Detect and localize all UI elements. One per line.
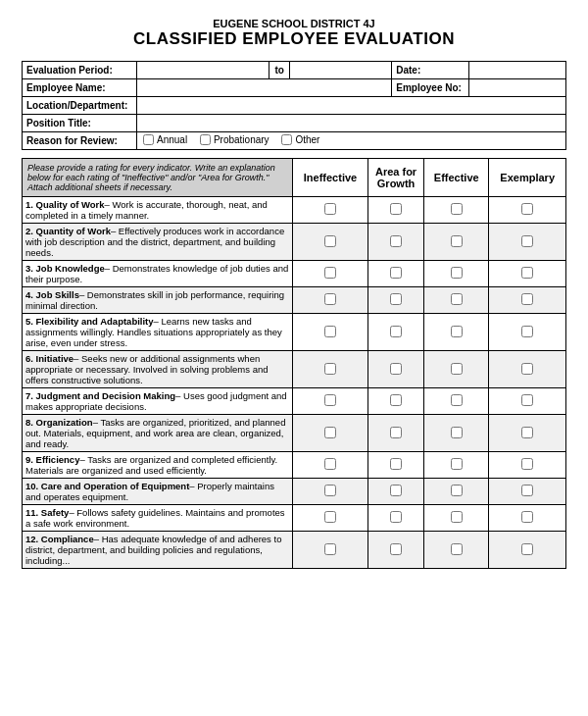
effective-check-cell [424,261,489,287]
employee-name-row: Employee Name: Employee No: [23,79,566,97]
position-label: Position Title: [23,115,137,132]
location-value [136,97,565,115]
exemplary-check[interactable] [521,363,533,375]
effective-check[interactable] [451,203,463,215]
eval-header-row: Please provide a rating for every indica… [23,159,566,197]
ineffective-check[interactable] [324,203,336,215]
area-growth-check[interactable] [390,293,402,305]
other-checkbox[interactable] [281,134,292,145]
area-growth-check[interactable] [390,394,402,406]
item-title: 6. Initiative [25,353,74,364]
employee-no-label: Employee No: [392,79,469,97]
annual-checkbox[interactable] [143,134,154,145]
exemplary-check-cell [489,479,566,505]
effective-check[interactable] [451,235,463,247]
table-row: 5. Flexibility and Adaptability– Learns … [23,314,566,351]
ineffective-check[interactable] [324,511,336,523]
exemplary-check-cell [489,197,566,224]
item-cell: 1. Quality of Work– Work is accurate, th… [23,197,293,224]
ineffective-check[interactable] [324,427,336,438]
exemplary-check[interactable] [521,203,533,215]
ineffective-check-cell [292,351,368,388]
area-growth-check[interactable] [390,543,402,555]
effective-check[interactable] [451,326,463,337]
exemplary-check-cell [489,261,566,287]
exemplary-check[interactable] [521,326,533,337]
eval-period-label: Evaluation Period: [23,62,137,79]
ineffective-check-cell [292,415,368,452]
effective-check[interactable] [451,485,463,496]
ineffective-check[interactable] [324,326,336,337]
probationary-label: Probationary [214,134,270,145]
table-row: 3. Job Knowledge– Demonstrates knowledge… [23,261,566,287]
ineffective-check[interactable] [324,543,336,555]
annual-checkbox-label[interactable]: Annual [143,134,187,145]
item-title: 11. Safety [25,507,69,518]
exemplary-check[interactable] [521,511,533,523]
area-growth-check[interactable] [390,458,402,470]
ineffective-check[interactable] [324,458,336,470]
ineffective-check-cell [292,479,368,505]
area-growth-check[interactable] [390,427,402,438]
reason-row: Reason for Review: Annual Probationary O… [23,132,566,150]
effective-check-cell [424,532,489,569]
ineffective-check-cell [292,197,368,224]
exemplary-check[interactable] [521,293,533,305]
effective-check[interactable] [451,511,463,523]
ineffective-check-cell [292,261,368,287]
exemplary-header: Exemplary [489,159,566,197]
item-title: 8. Organization [25,417,93,428]
item-title: 7. Judgment and Decision Making [25,390,175,401]
ineffective-check[interactable] [324,363,336,375]
area-growth-check[interactable] [390,267,402,279]
effective-check[interactable] [451,293,463,305]
effective-check-cell [424,287,489,314]
area-growth-check[interactable] [390,485,402,496]
exemplary-check[interactable] [521,427,533,438]
ineffective-check[interactable] [324,235,336,247]
effective-check[interactable] [451,427,463,438]
effective-check[interactable] [451,458,463,470]
effective-check[interactable] [451,363,463,375]
eval-period-value [136,62,269,79]
ineffective-check[interactable] [324,267,336,279]
probationary-checkbox-label[interactable]: Probationary [200,134,270,145]
exemplary-check[interactable] [521,394,533,406]
ineffective-check[interactable] [324,485,336,496]
ineffective-check-cell [292,224,368,261]
area-growth-header: Area for Growth [368,159,424,197]
effective-check[interactable] [451,543,463,555]
exemplary-check[interactable] [521,458,533,470]
page-header: EUGENE SCHOOL DISTRICT 4J CLASSIFIED EMP… [22,18,566,49]
area-growth-check[interactable] [390,326,402,337]
item-title: 5. Flexibility and Adaptability [25,316,154,327]
item-cell: 6. Initiative– Seeks new or additional a… [23,351,293,388]
ineffective-check-cell [292,452,368,479]
effective-check-cell [424,479,489,505]
area-growth-check[interactable] [390,511,402,523]
exemplary-check-cell [489,314,566,351]
exemplary-check-cell [489,532,566,569]
area-growth-check[interactable] [390,203,402,215]
area-growth-check[interactable] [390,235,402,247]
table-row: 8. Organization– Tasks are organized, pr… [23,415,566,452]
ineffective-check[interactable] [324,394,336,406]
exemplary-check[interactable] [521,267,533,279]
item-cell: 10. Care and Operation of Equipment– Pro… [23,479,293,505]
probationary-checkbox[interactable] [200,134,211,145]
exemplary-check[interactable] [521,485,533,496]
area-growth-check[interactable] [390,363,402,375]
other-checkbox-label[interactable]: Other [281,134,319,145]
employee-name-label: Employee Name: [23,79,137,97]
effective-check[interactable] [451,267,463,279]
effective-check[interactable] [451,394,463,406]
exemplary-check-cell [489,351,566,388]
other-label: Other [295,134,319,145]
area-growth-check-cell [368,314,424,351]
date-value [469,62,566,79]
eval-table: Please provide a rating for every indica… [22,158,566,569]
exemplary-check[interactable] [521,543,533,555]
item-title: 12. Compliance [25,534,94,544]
exemplary-check[interactable] [521,235,533,247]
ineffective-check[interactable] [324,293,336,305]
